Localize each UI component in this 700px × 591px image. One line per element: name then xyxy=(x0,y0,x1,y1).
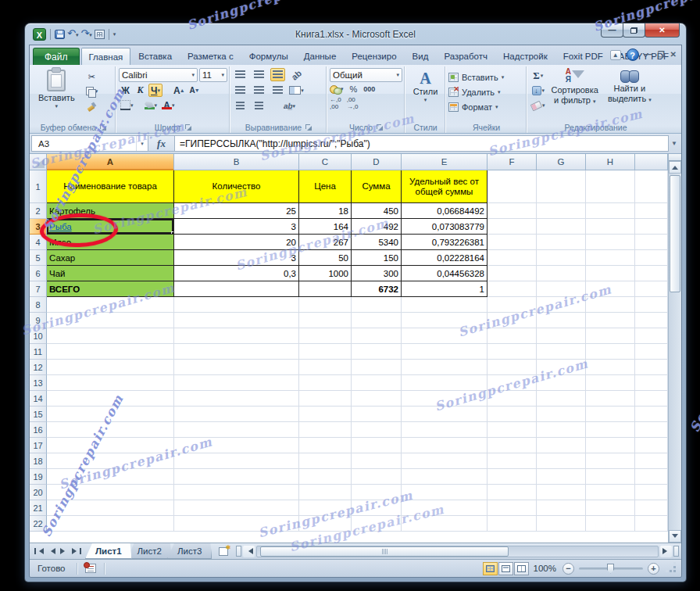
cell-E18[interactable] xyxy=(402,453,488,469)
cell-B3[interactable]: 3 xyxy=(174,219,299,235)
cell-G22[interactable] xyxy=(537,516,586,532)
cell-E19[interactable] xyxy=(402,469,488,485)
cell-F19[interactable] xyxy=(488,469,537,485)
tab-рецензиро[interactable]: Рецензиро xyxy=(344,48,404,65)
workbook-close-icon[interactable]: ✕ xyxy=(670,49,677,60)
row-header-22[interactable]: 22 xyxy=(30,516,47,532)
cell-D12[interactable] xyxy=(352,360,402,375)
zoom-slider-thumb[interactable] xyxy=(607,564,614,574)
cell-partial-6[interactable] xyxy=(635,266,668,281)
cell-B15[interactable] xyxy=(174,407,299,422)
fill-handle[interactable] xyxy=(171,231,174,235)
cell-C10[interactable] xyxy=(299,328,352,344)
number-format-select[interactable]: Общий▾ xyxy=(330,68,402,82)
cell-A20[interactable] xyxy=(47,485,174,500)
restore-button[interactable] xyxy=(623,23,645,38)
cell-E1[interactable]: Удельный вес от общей суммы xyxy=(402,170,488,203)
cell-B18[interactable] xyxy=(174,453,299,469)
fill-color-button[interactable]: ▾ xyxy=(143,98,159,112)
cell-F12[interactable] xyxy=(488,360,537,375)
cell-F8[interactable] xyxy=(488,297,537,313)
cell-C18[interactable] xyxy=(299,453,352,469)
cell-D9[interactable] xyxy=(352,313,402,328)
cell-H9[interactable] xyxy=(586,313,635,328)
cell-G16[interactable] xyxy=(537,422,586,438)
row-header-7[interactable]: 7 xyxy=(30,281,47,297)
cell-G18[interactable] xyxy=(537,453,586,469)
cell-G10[interactable] xyxy=(537,328,586,344)
cell-E21[interactable] xyxy=(402,500,488,516)
font-color-button[interactable]: А▾ xyxy=(160,98,177,112)
cell-C11[interactable] xyxy=(299,344,352,360)
first-sheet-icon[interactable] xyxy=(33,546,45,557)
cell-D20[interactable] xyxy=(352,485,402,500)
sheet-tab-лист1[interactable]: Лист1 xyxy=(85,543,132,559)
comma-style-icon[interactable]: 000 xyxy=(363,85,375,93)
cell-D19[interactable] xyxy=(352,469,402,485)
zoom-level[interactable]: 100% xyxy=(534,564,556,573)
cell-B11[interactable] xyxy=(174,344,299,360)
fill-button[interactable]: ↓▾ xyxy=(530,84,547,97)
orientation-icon[interactable]: ab xyxy=(289,68,304,81)
cell-F11[interactable] xyxy=(488,344,537,360)
font-size-select[interactable]: 11▾ xyxy=(199,68,227,82)
column-header-E[interactable]: E xyxy=(402,154,488,170)
cell-D18[interactable] xyxy=(352,453,402,469)
expand-formula-bar-icon[interactable]: ▼ xyxy=(669,135,680,152)
split-handle[interactable] xyxy=(669,154,681,161)
cell-D2[interactable]: 450 xyxy=(352,203,402,219)
cell-C9[interactable] xyxy=(299,313,352,328)
align-center-icon[interactable] xyxy=(252,84,266,97)
cell-A6[interactable]: Чай xyxy=(47,266,174,281)
cell-E11[interactable] xyxy=(402,344,488,360)
cell-C21[interactable] xyxy=(299,500,352,516)
cell-F3[interactable] xyxy=(488,219,537,235)
tab-главная[interactable]: Главная xyxy=(81,48,131,65)
cell-C22[interactable] xyxy=(299,516,352,532)
cell-D5[interactable]: 150 xyxy=(352,250,402,266)
cell-G13[interactable] xyxy=(537,375,586,391)
format-painter-button[interactable] xyxy=(84,100,100,113)
cell-G21[interactable] xyxy=(537,500,586,516)
cell-D13[interactable] xyxy=(352,375,402,391)
cell-E13[interactable] xyxy=(402,375,488,391)
cell-G20[interactable] xyxy=(537,485,586,500)
normal-view-button[interactable] xyxy=(483,562,498,575)
cell-A14[interactable] xyxy=(47,391,174,407)
cell-C19[interactable] xyxy=(299,469,352,485)
cell-C13[interactable] xyxy=(299,375,352,391)
cell-partial-3[interactable] xyxy=(635,219,668,235)
cell-H21[interactable] xyxy=(586,500,635,516)
cell-F15[interactable] xyxy=(488,407,537,422)
cell-D6[interactable]: 300 xyxy=(352,266,402,281)
cell-H4[interactable] xyxy=(586,235,635,250)
dialog-launcher-icon[interactable] xyxy=(99,124,106,131)
cell-C16[interactable] xyxy=(299,422,352,438)
row-header-12[interactable]: 12 xyxy=(30,360,47,375)
align-top-icon[interactable] xyxy=(233,68,248,81)
row-header-11[interactable]: 11 xyxy=(30,344,47,360)
cell-B5[interactable]: 3 xyxy=(174,250,299,266)
row-header-1[interactable]: 1 xyxy=(30,170,47,203)
paste-button[interactable]: Вставить ▾ xyxy=(34,68,80,111)
cell-H15[interactable] xyxy=(586,407,635,422)
cell-E17[interactable] xyxy=(402,438,488,453)
cell-F1[interactable] xyxy=(488,170,537,203)
cell-H3[interactable] xyxy=(586,219,635,235)
cell-F4[interactable] xyxy=(488,235,537,250)
row-header-20[interactable]: 20 xyxy=(30,485,47,500)
cell-H2[interactable] xyxy=(586,203,635,219)
row-header-2[interactable]: 2 xyxy=(30,203,47,219)
cell-B7[interactable] xyxy=(174,281,299,297)
cell-D17[interactable] xyxy=(352,438,402,453)
cell-C20[interactable] xyxy=(299,485,352,500)
decrease-decimal-icon[interactable]: ,00→,0 xyxy=(347,96,359,110)
cell-partial-8[interactable] xyxy=(635,297,668,313)
close-button[interactable]: ✕ xyxy=(645,23,680,38)
cell-G19[interactable] xyxy=(537,469,586,485)
cell-G15[interactable] xyxy=(537,407,586,422)
cell-G3[interactable] xyxy=(537,219,586,235)
cell-H10[interactable] xyxy=(586,328,635,344)
cell-H22[interactable] xyxy=(586,516,635,532)
merge-center-icon[interactable]: ▾ xyxy=(289,84,304,97)
